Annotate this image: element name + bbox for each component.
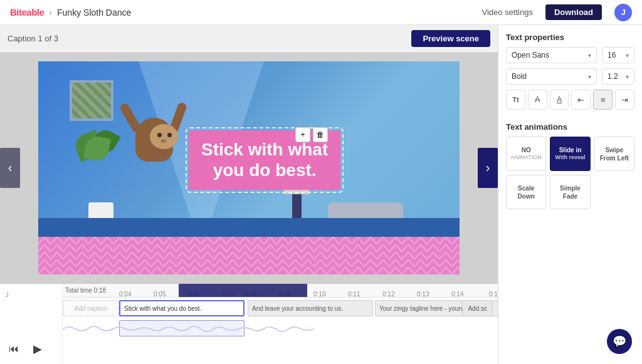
overlay-controls: + 🗑 — [295, 127, 328, 142]
sloth-eye-right — [167, 133, 172, 137]
main-area: Caption 1 of 3 Preview scene ‹ — [0, 25, 642, 364]
animation-grid: NO ANIMATION Slide in With reveal Swipe … — [506, 137, 634, 209]
timeline: ♪ ⏮ ▶ Total time 0:18 0:04 0:05 0:06 0:0… — [0, 283, 498, 364]
picture-frame — [70, 80, 113, 121]
canvas-toolbar: Caption 1 of 3 Preview scene — [0, 25, 498, 53]
format-underline-button[interactable]: A — [550, 90, 569, 110]
text-props-title: Text properties — [506, 33, 634, 42]
ruler-mark-10: 0:14 — [451, 291, 463, 298]
anim-swipe-from-left[interactable]: Swipe From Left — [594, 137, 634, 171]
playback-controls: ⏮ ▶ — [5, 339, 57, 359]
preview-scene-button[interactable]: Preview scene — [411, 30, 490, 47]
timeline-controls: ♪ ⏮ ▶ — [0, 284, 63, 364]
font-size-select[interactable]: 16 ▾ — [602, 47, 634, 63]
chevron-down-icon: ▾ — [588, 52, 591, 59]
caption-label: Caption 1 of 3 — [8, 34, 58, 43]
note-icon: ♪ — [5, 289, 9, 299]
anim-slide-in[interactable]: Slide in With reveal — [550, 137, 590, 171]
align-left-button[interactable]: ⇤ — [571, 90, 591, 110]
chevron-down-icon-3: ▾ — [588, 73, 591, 80]
format-icons-row: Tt A A ⇤ ≡ ⇥ — [506, 90, 634, 110]
ruler-mark-8: 0:12 — [382, 291, 394, 298]
ruler-mark-11: 0:15 — [489, 291, 498, 298]
format-strikethrough-button[interactable]: A — [528, 90, 547, 110]
chevron-down-icon-2: ▾ — [626, 52, 629, 59]
text-overlay-content: Stick with what you do best. — [201, 139, 328, 181]
rewind-button[interactable]: ⏮ — [5, 340, 23, 358]
video-settings-link[interactable]: Video settings — [482, 8, 532, 17]
add-scene-button[interactable]: Add sc — [462, 300, 493, 316]
svg-rect-1 — [38, 237, 460, 274]
avatar[interactable]: J — [614, 4, 632, 21]
canvas-container: ‹ — [0, 53, 498, 283]
header: Biteable › Funky Sloth Dance Video setti… — [0, 0, 642, 25]
picture-inner — [72, 83, 111, 118]
timeline-ruler: Total time 0:18 0:04 0:05 0:06 0:07 0:08… — [63, 284, 498, 298]
font-family-select[interactable]: Open Sans ▾ — [506, 47, 597, 63]
ruler-mark-1: 0:05 — [154, 291, 166, 298]
text-animations-title: Text animations — [506, 122, 634, 132]
caption-segment-2[interactable]: And leave your accounting to us. — [248, 300, 373, 316]
anim-no-animation[interactable]: NO ANIMATION — [506, 137, 546, 171]
line-height-select[interactable]: 1.2 ▾ — [602, 68, 634, 85]
overlay-add-button[interactable]: + — [295, 127, 310, 142]
sloth-face — [150, 124, 178, 149]
font-row: Open Sans ▾ 16 ▾ — [506, 47, 634, 63]
download-button[interactable]: Download — [545, 4, 602, 20]
logo: Biteable — [10, 7, 44, 18]
ruler-mark-7: 0:11 — [348, 291, 360, 298]
add-caption-zone[interactable]: Add caption — [63, 300, 119, 316]
sloth-body — [135, 118, 173, 162]
ruler-mark-0: 0:04 — [119, 291, 131, 298]
header-actions: Video settings Download J — [482, 4, 632, 21]
ruler-selection — [179, 284, 307, 297]
scene-floor — [38, 218, 460, 237]
waveform — [63, 320, 498, 338]
align-right-button[interactable]: ⇥ — [615, 90, 634, 110]
timeline-body: Total time 0:18 0:04 0:05 0:06 0:07 0:08… — [63, 284, 498, 364]
anim-scale-down[interactable]: Scale Down — [506, 175, 546, 209]
align-center-button[interactable]: ≡ — [593, 90, 613, 110]
anim-simple-fade[interactable]: Simple Fade — [550, 175, 590, 209]
zigzag-strip — [38, 237, 460, 274]
properties-sidebar: Text properties Open Sans ▾ 16 ▾ Bold ▾ — [498, 25, 642, 364]
chat-bubble[interactable]: 💬 — [607, 329, 632, 354]
total-time: Total time 0:18 — [65, 287, 106, 294]
caption-track-area: Add caption Stick with what you do best.… — [63, 298, 498, 364]
nav-right-button[interactable]: › — [478, 148, 498, 188]
font-weight-row: Bold ▾ 1.2 ▾ — [506, 68, 634, 85]
breadcrumb-chevron: › — [49, 8, 52, 18]
sloth-character — [126, 99, 182, 174]
ruler-mark-6: 0:10 — [313, 291, 325, 298]
canvas-section: Caption 1 of 3 Preview scene ‹ — [0, 25, 498, 283]
text-properties-section: Text properties Open Sans ▾ 16 ▾ Bold ▾ — [506, 33, 634, 115]
format-tt-button[interactable]: Tt — [506, 90, 525, 110]
text-animations-section: Text animations NO ANIMATION Slide in Wi… — [506, 122, 634, 209]
font-weight-select[interactable]: Bold ▾ — [506, 68, 597, 85]
sloth-nose — [160, 139, 167, 143]
chevron-down-icon-4: ▾ — [626, 73, 629, 80]
nav-left-button[interactable]: ‹ — [0, 148, 20, 188]
editor-area: Caption 1 of 3 Preview scene ‹ — [0, 25, 498, 364]
project-name: Funky Sloth Dance — [57, 8, 131, 18]
ruler-mark-9: 0:13 — [417, 291, 429, 298]
overlay-delete-button[interactable]: 🗑 — [313, 127, 328, 142]
caption-segment-1[interactable]: Stick with what you do best. — [119, 300, 245, 316]
sloth-eye-left — [157, 133, 162, 137]
canvas-frame: Stick with what you do best. + 🗑 — [38, 61, 460, 274]
play-button[interactable]: ▶ — [28, 339, 48, 359]
